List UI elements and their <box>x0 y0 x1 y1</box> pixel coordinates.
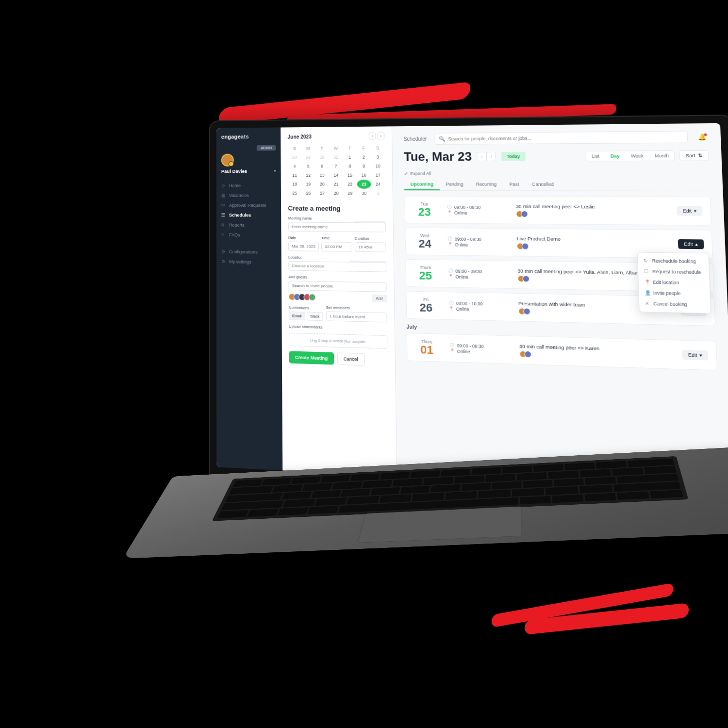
calendar-day[interactable]: 30 <box>315 153 329 162</box>
calendar-day[interactable]: 31 <box>329 153 343 162</box>
event-daynumber: 25 <box>414 270 438 281</box>
calendar-day[interactable]: 20 <box>315 180 330 189</box>
sidebar-item-vacancies[interactable]: ▦Vacancies <box>221 190 276 200</box>
calendar-day[interactable]: 3 <box>371 152 385 162</box>
calendar-day[interactable]: 5 <box>301 162 315 170</box>
global-search[interactable]: 🔍 <box>434 131 688 145</box>
calendar-day[interactable]: 2 <box>357 152 371 162</box>
sidebar-item-reports[interactable]: ⧉Reports <box>221 220 276 230</box>
calendar-panel: June 2023 ‹ › SMTWTFS 282930311234567891… <box>281 126 397 476</box>
calendar-day[interactable]: 18 <box>288 180 301 188</box>
sidebar-item-my-settings[interactable]: ⚙My settings <box>221 257 277 267</box>
calendar-day[interactable]: 28 <box>288 153 301 162</box>
sort-button[interactable]: Sort⇅ <box>679 150 709 161</box>
tab-cancelled[interactable]: Cancelled <box>526 179 561 191</box>
create-meeting-button[interactable]: Create Meeting <box>289 351 334 364</box>
date-input[interactable] <box>288 242 319 251</box>
event-location: Online <box>454 210 467 215</box>
attendee-avatar[interactable] <box>522 243 529 249</box>
attendee-avatar[interactable] <box>521 211 528 217</box>
menu-item-reschedule-booking[interactable]: ↻Reschedule booking <box>638 255 709 267</box>
view-week[interactable]: Week <box>625 151 649 161</box>
calendar-day[interactable]: 29 <box>343 189 357 198</box>
tab-upcoming[interactable]: Upcoming <box>404 179 440 190</box>
add-guest-button[interactable]: Add <box>372 295 387 303</box>
view-day[interactable]: Day <box>605 151 625 161</box>
tab-past[interactable]: Past <box>503 179 526 190</box>
calendar-day[interactable]: 9 <box>357 162 371 171</box>
calendar-day[interactable]: 11 <box>288 171 301 180</box>
today-button[interactable]: Today <box>501 152 525 161</box>
sidebar-item-approval-requests[interactable]: ✉Approval Requests <box>221 200 276 211</box>
sidebar-item-home[interactable]: ⊙Home <box>221 181 276 190</box>
calendar-day[interactable]: 17 <box>371 170 385 180</box>
calendar-day[interactable]: 27 <box>315 189 330 198</box>
attendee-avatar[interactable] <box>522 275 529 282</box>
cancel-button[interactable]: Cancel <box>337 352 364 365</box>
calendar-day[interactable]: 28 <box>329 189 343 198</box>
calendar-day[interactable]: 14 <box>329 171 343 180</box>
calendar-next[interactable]: › <box>377 132 384 140</box>
calendar-day[interactable]: 25 <box>288 189 301 198</box>
calendar-day[interactable]: 16 <box>357 171 371 180</box>
calendar-day[interactable]: 8 <box>343 162 357 171</box>
attendee-avatar[interactable] <box>523 308 530 314</box>
expand-all-toggle[interactable]: ⤢ Expand All <box>404 170 710 176</box>
event-daynumber: 26 <box>414 302 438 314</box>
edit-event-button[interactable]: Edit ▾ <box>677 206 703 216</box>
edit-event-button[interactable]: Edit ▴ <box>678 239 704 249</box>
chevron-down-icon[interactable]: ▾ <box>274 169 276 173</box>
calendar-day[interactable]: 30 <box>357 189 371 198</box>
notifications-bell-icon[interactable]: 🔔 <box>697 133 706 140</box>
calendar-day[interactable]: 7 <box>329 162 343 171</box>
calendar-day[interactable]: 13 <box>315 171 329 180</box>
sidebar-item-configurations[interactable]: ⚙Configurations <box>221 247 276 257</box>
tab-recurring[interactable]: Recurring <box>469 179 503 190</box>
attachment-dropzone[interactable]: Drag & drop or browse your computer <box>289 333 387 349</box>
menu-item-cancel-booking[interactable]: ✕Cancel booking <box>639 298 711 310</box>
guests-input[interactable] <box>288 281 386 292</box>
calendar-day[interactable]: 29 <box>301 153 315 162</box>
attendee-avatar[interactable] <box>524 350 531 358</box>
reminder-select[interactable] <box>326 311 387 322</box>
time-input[interactable] <box>321 242 352 252</box>
calendar-day[interactable]: 1 <box>343 152 357 162</box>
calendar-prev[interactable]: ‹ <box>369 132 376 140</box>
calendar-day[interactable]: 10 <box>371 162 385 171</box>
notif-slack-option[interactable]: Slack <box>307 312 323 321</box>
meeting-name-input[interactable] <box>288 222 386 232</box>
calendar-day[interactable]: 1 <box>371 189 385 198</box>
menu-item-edit-location[interactable]: 📍Edit location <box>638 277 710 289</box>
duration-input[interactable] <box>355 242 386 252</box>
calendar-day[interactable]: 22 <box>343 180 357 189</box>
sidebar-item-faqs[interactable]: ?FAQs <box>221 230 276 241</box>
tab-pending[interactable]: Pending <box>440 179 470 190</box>
calendar-day[interactable]: 15 <box>343 171 357 180</box>
calendar-day[interactable]: 23 <box>357 180 371 189</box>
notif-email-option[interactable]: Email <box>289 312 305 321</box>
user-avatar[interactable] <box>221 154 234 166</box>
sort-icon: ⇅ <box>698 153 703 158</box>
search-input[interactable] <box>448 134 682 141</box>
mini-calendar[interactable]: SMTWTFS 28293031123456789101112131415161… <box>288 144 385 198</box>
calendar-day[interactable]: 21 <box>329 180 343 189</box>
prev-day-button[interactable]: ‹ <box>477 152 487 161</box>
next-day-button[interactable]: › <box>486 152 496 161</box>
calendar-day[interactable]: 12 <box>301 171 315 180</box>
menu-item-request-to-reschedule[interactable]: ☐Request to reschedule <box>638 266 709 278</box>
guest-avatar[interactable] <box>309 294 316 301</box>
calendar-day[interactable]: 26 <box>301 189 315 198</box>
edit-event-button[interactable]: Edit ▾ <box>682 350 709 361</box>
sidebar: engageats ADMIN Paul Davies ▾ ⊙Home▦Vaca… <box>216 128 282 471</box>
location-input[interactable] <box>288 261 386 272</box>
app-screen: engageats ADMIN Paul Davies ▾ ⊙Home▦Vaca… <box>216 123 728 494</box>
calendar-day[interactable]: 4 <box>288 162 301 170</box>
calendar-day[interactable]: 19 <box>301 180 315 188</box>
view-month[interactable]: Month <box>649 151 675 161</box>
view-list[interactable]: List <box>586 151 605 161</box>
calendar-day[interactable]: 6 <box>315 162 329 171</box>
calendar-day[interactable]: 24 <box>371 180 385 189</box>
menu-item-invite-people[interactable]: 👤Invite people <box>639 287 710 299</box>
sidebar-item-schedules[interactable]: ☰Schedules <box>221 210 276 220</box>
event-time: 08:00 - 10:00 <box>456 300 483 306</box>
